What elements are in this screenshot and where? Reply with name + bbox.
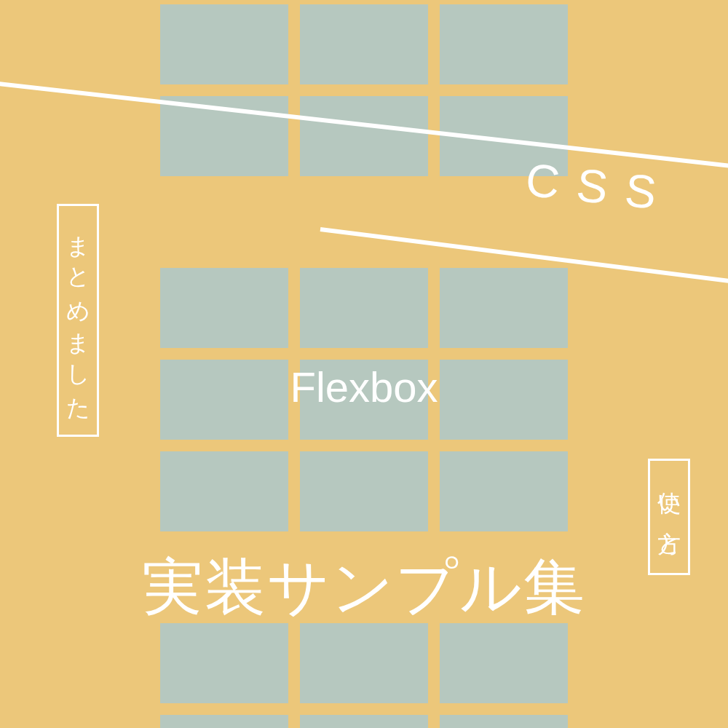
grid-cell <box>440 268 568 348</box>
grid-cell <box>300 96 428 176</box>
flexbox-label: Flexbox <box>0 363 728 411</box>
grid-cell <box>160 268 288 348</box>
grid-cell <box>440 715 568 728</box>
grid-cell <box>160 451 288 531</box>
vertical-note-right: 使い方と <box>648 459 690 575</box>
grid-cell <box>440 623 568 703</box>
grid-cell <box>160 715 288 728</box>
grid-row <box>160 451 568 531</box>
grid-row <box>160 4 568 84</box>
grid-cell <box>300 4 428 84</box>
grid-row <box>160 268 568 348</box>
grid-cell <box>300 715 428 728</box>
vertical-note-right-text: 使い方と <box>656 474 682 551</box>
grid-cell <box>440 4 568 84</box>
grid-cell <box>300 623 428 703</box>
main-heading: 実装サンプル集 <box>0 546 728 629</box>
grid-cell <box>160 623 288 703</box>
grid-row <box>160 623 568 703</box>
vertical-note-left-text: まとめました <box>65 219 91 413</box>
grid-cell <box>440 451 568 531</box>
grid-cell <box>300 268 428 348</box>
grid-row <box>160 715 568 728</box>
grid-cell <box>300 451 428 531</box>
vertical-note-left: まとめました <box>57 204 99 437</box>
grid-cell <box>160 4 288 84</box>
